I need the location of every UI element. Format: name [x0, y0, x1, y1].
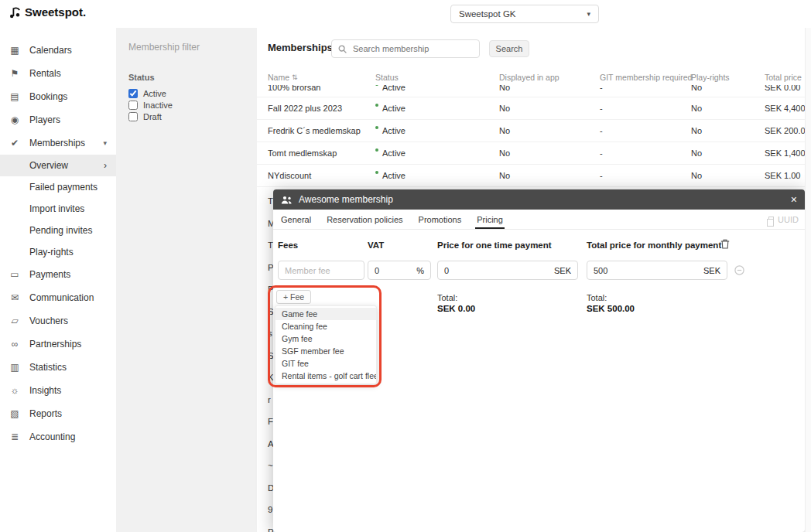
sidebar-item-label: Insights: [29, 385, 61, 396]
tab-reservation-policies[interactable]: Reservation policies: [325, 215, 404, 229]
scrollbar[interactable]: [805, 28, 811, 532]
cell-play-rights: No: [691, 148, 765, 158]
fee-option-cleaning-fee[interactable]: Cleaning fee: [275, 320, 376, 332]
payments-icon: ▭: [9, 269, 20, 280]
sidebar-item-calendars[interactable]: ▦Calendars: [0, 39, 116, 62]
sidebar-item-payments[interactable]: ▭Payments: [0, 263, 116, 286]
status-section-label: Status: [128, 73, 245, 82]
monthly-price-field[interactable]: SEK: [587, 261, 727, 280]
fee-option-game-fee[interactable]: Game fee: [275, 308, 376, 320]
sidebar-item-pending-invites[interactable]: Pending invites: [0, 220, 116, 241]
topbar: Sweetspot. Sweetspot GK ▾: [0, 0, 811, 28]
cell-status: Active: [375, 171, 499, 180]
search-button[interactable]: Search: [489, 40, 529, 57]
filter-option-active[interactable]: Active: [128, 89, 245, 98]
sidebar-item-vouchers[interactable]: ▱Vouchers: [0, 309, 116, 332]
sidebar-item-play-rights[interactable]: Play-rights: [0, 241, 116, 263]
sidebar-item-accounting[interactable]: ≣Accounting: [0, 425, 116, 448]
one-time-total-value: SEK 0.00: [437, 304, 475, 313]
sidebar-item-communication[interactable]: ✉Communication: [0, 286, 116, 309]
cell-play-rights: No: [691, 126, 765, 135]
fee-option-git-fee[interactable]: GIT fee: [275, 357, 376, 370]
inactive-checkbox[interactable]: [128, 101, 138, 110]
sidebar-item-bookings[interactable]: ▤Bookings: [0, 85, 116, 108]
sidebar-item-insights[interactable]: ☼Insights: [0, 379, 116, 402]
fee-option-rental-items[interactable]: Rental items - golf cart fleet: [275, 370, 376, 382]
fee-name-field[interactable]: [278, 261, 364, 280]
cell-git: -: [600, 171, 691, 180]
cell-play-rights: No: [691, 104, 765, 113]
sidebar-subitem-label: Failed payments: [29, 182, 98, 193]
sidebar-item-label: Reports: [29, 408, 62, 419]
sidebar-item-label: Communication: [29, 292, 94, 303]
status-dot: [375, 104, 378, 107]
one-time-price-field[interactable]: SEK: [437, 261, 578, 280]
column-name[interactable]: Name⇅: [268, 73, 375, 82]
table-row[interactable]: Tomt medlemskap Active No - No SEK 1,400…: [257, 142, 805, 165]
draft-checkbox[interactable]: [128, 112, 138, 121]
fee-option-gym-fee[interactable]: Gym fee: [275, 332, 376, 345]
filter-option-inactive[interactable]: Inactive: [128, 101, 245, 110]
cell-total-price: SEK 4,400.0: [765, 104, 811, 113]
cell-status: Active: [375, 126, 499, 135]
column-displayed-in-app: Displayed in app: [499, 73, 600, 82]
trash-icon[interactable]: [720, 238, 730, 252]
vat-field[interactable]: %: [368, 261, 431, 280]
sidebar-item-rentals[interactable]: ⚑Rentals: [0, 62, 116, 85]
filter-panel-title: Membership filter: [128, 42, 245, 53]
active-checkbox[interactable]: [128, 89, 138, 98]
sidebar-item-players[interactable]: ◉Players: [0, 108, 116, 131]
calendars-icon: ▦: [9, 45, 20, 56]
table-row[interactable]: 100% brorsan Active No - No SEK 0.00: [257, 85, 805, 97]
cell-git: -: [600, 85, 691, 92]
cell-displayed: No: [499, 148, 600, 158]
sidebar-item-statistics[interactable]: ▥Statistics: [0, 356, 116, 379]
sidebar-item-label: Partnerships: [29, 339, 81, 350]
reports-icon: ▧: [9, 408, 20, 419]
column-status: Status: [375, 73, 499, 82]
cell-name: 100% brorsan: [268, 85, 375, 92]
sidebar-item-memberships[interactable]: ✔Memberships▾: [0, 131, 116, 155]
sort-icon[interactable]: ⇅: [292, 73, 298, 81]
vat-column-label: VAT: [368, 240, 384, 250]
org-selector[interactable]: Sweetspot GK ▾: [450, 5, 599, 23]
tab-general[interactable]: General: [279, 215, 313, 229]
filter-option-draft[interactable]: Draft: [128, 112, 245, 121]
sidebar-item-overview[interactable]: Overview›: [0, 155, 116, 176]
search-input[interactable]: [351, 43, 473, 54]
one-time-price-input[interactable]: [438, 266, 554, 275]
statistics-icon: ▥: [9, 362, 20, 373]
vat-input[interactable]: [368, 266, 416, 275]
status-dot: [375, 85, 378, 86]
vouchers-icon: ▱: [9, 315, 20, 326]
membership-search[interactable]: [331, 39, 480, 58]
cell-git: -: [600, 148, 691, 158]
sidebar-item-partnerships[interactable]: ∞Partnerships: [0, 332, 116, 356]
sidebar-subitem-label: Play-rights: [29, 247, 74, 257]
sidebar-item-reports[interactable]: ▧Reports: [0, 402, 116, 425]
cell-displayed: No: [499, 104, 600, 113]
close-icon[interactable]: ×: [791, 194, 797, 205]
sidebar-item-import-invites[interactable]: Import invites: [0, 198, 116, 220]
uuid-button[interactable]: UUID: [768, 215, 799, 229]
remove-fee-icon[interactable]: [734, 264, 744, 278]
memberships-table: 100% brorsan Active No - No SEK 0.00 Fal…: [257, 85, 805, 187]
column-git-required: GIT membership required: [600, 73, 691, 82]
tab-pricing[interactable]: Pricing: [475, 215, 505, 229]
tab-promotions[interactable]: Promotions: [417, 215, 464, 229]
monthly-price-input[interactable]: [587, 266, 703, 275]
status-dot: [375, 171, 378, 174]
table-header: Name⇅ Status Displayed in app GIT member…: [257, 73, 805, 82]
sidebar-item-failed-payments[interactable]: Failed payments: [0, 176, 116, 198]
fee-option-sgf-member-fee[interactable]: SGF member fee: [275, 345, 376, 357]
column-play-rights: Play-rights: [691, 73, 765, 82]
table-row[interactable]: NYdiscount Active No - No SEK 1.00: [257, 165, 805, 187]
table-row[interactable]: Fredrik C´s medlemskap Active No - No SE…: [257, 120, 805, 142]
table-row[interactable]: Fall 2022 plus 2023 Active No - No SEK 4…: [257, 97, 805, 120]
checkbox-label: Inactive: [143, 101, 173, 110]
copy-icon: [768, 217, 774, 223]
members-icon: [281, 196, 293, 204]
add-fee-button[interactable]: + Fee: [276, 290, 311, 304]
sidebar-item-label: Statistics: [29, 362, 67, 373]
fee-name-input[interactable]: [279, 266, 364, 275]
